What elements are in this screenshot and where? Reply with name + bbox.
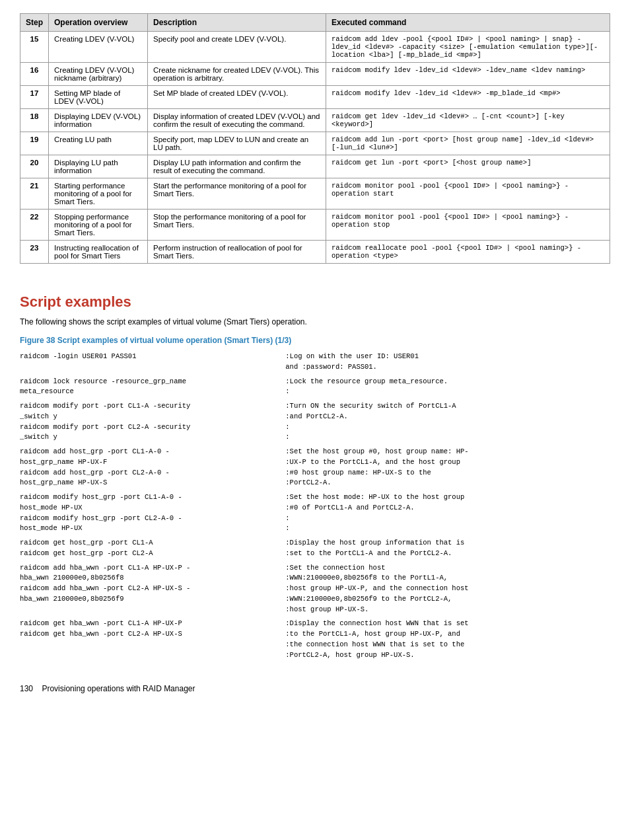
step-cell: 15 [20, 32, 49, 63]
description-cell: Specify pool and create LDEV (V-VOL). [148, 32, 326, 63]
operation-cell: Creating LU path [49, 132, 148, 155]
code-right: :Turn ON the security switch of PortCL1-… [285, 401, 610, 443]
operation-cell: Setting MP blade of LDEV (V-VOL) [49, 86, 148, 109]
code-section: raidcom lock resource -resource_grp_name… [20, 377, 610, 398]
code-left: raidcom get hba_wwn -port CL1-A HP-UX-P … [20, 619, 285, 660]
table-row: 15Creating LDEV (V-VOL)Specify pool and … [20, 32, 610, 63]
code-section: raidcom modify host_grp -port CL1-A-0 - … [20, 492, 610, 534]
operation-cell: Starting performance monitoring of a poo… [49, 178, 148, 210]
operation-cell: Instructing reallocation of pool for Sma… [49, 241, 148, 264]
figure-title: Figure 38 Script examples of virtual vol… [20, 336, 610, 345]
code-left: raidcom modify port -port CL1-A -securit… [20, 401, 285, 443]
command-cell: raidcom modify ldev -ldev_id <ldev#> -ld… [326, 63, 610, 86]
table-row: 18Displaying LDEV (V-VOL) informationDis… [20, 109, 610, 132]
operations-table: Step Operation overview Description Exec… [20, 13, 610, 264]
table-row: 21Starting performance monitoring of a p… [20, 178, 610, 210]
footer-text: Provisioning operations with RAID Manage… [42, 684, 195, 693]
table-row: 22Stopping performance monitoring of a p… [20, 210, 610, 241]
col-header-operation: Operation overview [49, 14, 148, 32]
step-cell: 19 [20, 132, 49, 155]
step-cell: 17 [20, 86, 49, 109]
step-cell: 21 [20, 178, 49, 210]
table-row: 17Setting MP blade of LDEV (V-VOL)Set MP… [20, 86, 610, 109]
code-left: raidcom lock resource -resource_grp_name… [20, 377, 285, 398]
description-cell: Specify port, map LDEV to LUN and create… [148, 132, 326, 155]
step-cell: 23 [20, 241, 49, 264]
operation-cell: Creating LDEV (V-VOL) [49, 32, 148, 63]
description-cell: Start the performance monitoring of a po… [148, 178, 326, 210]
operation-cell: Stopping performance monitoring of a poo… [49, 210, 148, 241]
command-cell: raidcom add ldev -pool {<pool ID#> | <po… [326, 32, 610, 63]
code-section: raidcom add hba_wwn -port CL1-A HP-UX-P … [20, 563, 610, 615]
code-left: raidcom add hba_wwn -port CL1-A HP-UX-P … [20, 563, 285, 615]
section-title: Script examples [20, 293, 610, 311]
step-cell: 18 [20, 109, 49, 132]
command-cell: raidcom modify ldev -ldev_id <ldev#> -mp… [326, 86, 610, 109]
table-row: 20Displaying LU path informationDisplay … [20, 155, 610, 178]
code-left: raidcom modify host_grp -port CL1-A-0 - … [20, 492, 285, 534]
code-right: :Set the host mode: HP-UX to the host gr… [285, 492, 610, 534]
description-cell: Set MP blade of created LDEV (V-VOL). [148, 86, 326, 109]
table-row: 19Creating LU pathSpecify port, map LDEV… [20, 132, 610, 155]
code-section: raidcom modify port -port CL1-A -securit… [20, 401, 610, 443]
command-cell: raidcom get ldev -ldev_id <ldev#> … [-cn… [326, 109, 610, 132]
page-footer: 130 Provisioning operations with RAID Ma… [20, 684, 610, 693]
code-section: raidcom get host_grp -port CL1-A raidcom… [20, 538, 610, 559]
operation-cell: Displaying LDEV (V-VOL) information [49, 109, 148, 132]
description-cell: Perform instruction of reallocation of p… [148, 241, 326, 264]
col-header-step: Step [20, 14, 49, 32]
page-number: 130 [20, 684, 33, 693]
code-right: :Set the host group #0, host group name:… [285, 447, 610, 488]
code-left: raidcom get host_grp -port CL1-A raidcom… [20, 538, 285, 559]
command-cell: raidcom reallocate pool -pool {<pool ID#… [326, 241, 610, 264]
step-cell: 22 [20, 210, 49, 241]
description-cell: Create nickname for created LDEV (V-VOL)… [148, 63, 326, 86]
description-cell: Display LU path information and confirm … [148, 155, 326, 178]
code-left: raidcom add host_grp -port CL1-A-0 - hos… [20, 447, 285, 488]
step-cell: 20 [20, 155, 49, 178]
operation-cell: Creating LDEV (V-VOL) nickname (arbitrar… [49, 63, 148, 86]
description-cell: Display information of created LDEV (V-V… [148, 109, 326, 132]
command-cell: raidcom get lun -port <port> [<host grou… [326, 155, 610, 178]
code-right: :Display the host group information that… [285, 538, 610, 559]
code-right: :Log on with the user ID: USER01 and :pa… [285, 352, 610, 373]
step-cell: 16 [20, 63, 49, 86]
code-right: :Set the connection host :WWN:210000e0,8… [285, 563, 610, 615]
code-blocks-container: raidcom -login USER01 PASS01:Log on with… [20, 352, 610, 664]
script-examples-section: Script examples The following shows the … [20, 284, 610, 664]
table-row: 16Creating LDEV (V-VOL) nickname (arbitr… [20, 63, 610, 86]
code-right: :Lock the resource group meta_resource. … [285, 377, 610, 398]
command-cell: raidcom monitor pool -pool {<pool ID#> |… [326, 210, 610, 241]
section-intro: The following shows the script examples … [20, 317, 610, 326]
command-cell: raidcom monitor pool -pool {<pool ID#> |… [326, 178, 610, 210]
operation-cell: Displaying LU path information [49, 155, 148, 178]
command-cell: raidcom add lun -port <port> [host group… [326, 132, 610, 155]
table-row: 23Instructing reallocation of pool for S… [20, 241, 610, 264]
code-section: raidcom -login USER01 PASS01:Log on with… [20, 352, 610, 373]
code-section: raidcom add host_grp -port CL1-A-0 - hos… [20, 447, 610, 488]
code-right: :Display the connection host WWN that is… [285, 619, 610, 660]
description-cell: Stop the performance monitoring of a poo… [148, 210, 326, 241]
col-header-command: Executed command [326, 14, 610, 32]
code-left: raidcom -login USER01 PASS01 [20, 352, 285, 373]
code-section: raidcom get hba_wwn -port CL1-A HP-UX-P … [20, 619, 610, 660]
col-header-description: Description [148, 14, 326, 32]
